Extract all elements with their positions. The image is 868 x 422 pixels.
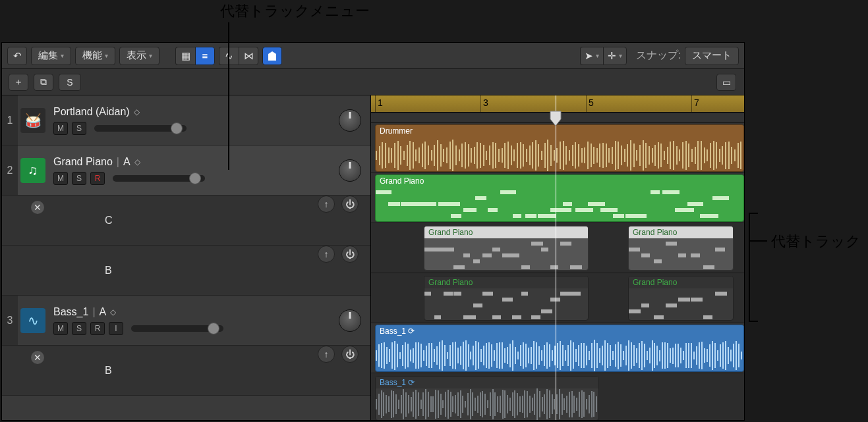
track-icon-audio[interactable]: ∿: [18, 296, 48, 345]
region-label: Grand Piano: [424, 226, 588, 238]
edit-menu[interactable]: 編集▾: [31, 47, 71, 65]
track-name-text: Portland (Aidan): [53, 106, 130, 118]
promote-alt-button[interactable]: ↑: [318, 196, 335, 213]
back-button[interactable]: ↶: [7, 47, 27, 65]
alt-menu-chevron-icon[interactable]: ◇: [110, 307, 116, 317]
lane-track-2-alt-b[interactable]: Grand Piano Grand Piano: [371, 273, 744, 323]
lane-track-2-alt-c[interactable]: Grand Piano Grand Piano: [371, 223, 744, 273]
view-label: 表示: [127, 49, 146, 62]
mute-button[interactable]: M: [53, 172, 68, 185]
track-header-2[interactable]: 2 ♫ Grand Piano | A ◇ M S R: [2, 145, 370, 196]
alt-menu-chevron-icon[interactable]: ◇: [134, 157, 140, 167]
playhead-handle-icon[interactable]: [549, 110, 562, 127]
power-alt-button[interactable]: ⏻: [341, 346, 359, 363]
main-split: 1 🥁 Portland (Aidan) ◇ M S 2: [2, 95, 744, 420]
function-menu[interactable]: 機能▾: [75, 47, 115, 65]
callout-alt-tracks: 代替トラック: [771, 232, 861, 251]
track-icon-midi[interactable]: ♫: [18, 145, 48, 195]
pan-knob[interactable]: [339, 309, 361, 332]
region-bass-a[interactable]: Bass_1 ⟳: [375, 325, 744, 372]
snap-label: スナップ:: [636, 49, 681, 63]
flex-button[interactable]: ⋈: [239, 47, 258, 65]
loop-icon: ⟳: [408, 378, 415, 387]
track-header-1[interactable]: 1 🥁 Portland (Aidan) ◇ M S: [2, 95, 370, 145]
volume-slider[interactable]: [131, 325, 223, 332]
lane-track-3[interactable]: Bass_1 ⟳: [371, 323, 744, 373]
volume-slider[interactable]: [113, 175, 205, 182]
pan-knob[interactable]: [339, 159, 361, 182]
region-piano-c-1[interactable]: Grand Piano: [424, 226, 589, 271]
catch-playhead-button[interactable]: [262, 47, 282, 65]
input-mon-button[interactable]: I: [109, 322, 123, 335]
list-view-button[interactable]: ≡: [195, 47, 215, 65]
track-number: 3: [2, 296, 18, 345]
promote-alt-button[interactable]: ↑: [318, 246, 335, 263]
close-alt-button[interactable]: ✕: [31, 351, 44, 364]
track-alt-row[interactable]: ✕ C ↑ ⏻: [2, 196, 370, 246]
pan-knob[interactable]: [339, 109, 361, 132]
track-headers: 1 🥁 Portland (Aidan) ◇ M S 2: [2, 95, 371, 420]
region-label: Bass_1 ⟳: [376, 325, 743, 337]
solo-track-button[interactable]: S: [72, 122, 86, 135]
lane-track-2[interactable]: Grand Piano: [371, 173, 744, 223]
region-piano-a[interactable]: Grand Piano: [375, 174, 744, 222]
track-name[interactable]: Bass_1 | A ◇: [53, 306, 365, 318]
region-bass-b[interactable]: Bass_1 ⟳: [375, 376, 599, 421]
automation-button[interactable]: ∿: [219, 47, 239, 65]
timeline[interactable]: 1 3 5 7 Drummer: [371, 95, 744, 420]
toolbar: ↶ 編集▾ 機能▾ 表示▾ ▦ ≡ ∿ ⋈ ➤▾ ✛▾ スナップ: スマート: [2, 43, 744, 69]
track-alt-suffix: A: [123, 156, 130, 168]
record-button[interactable]: R: [90, 322, 105, 335]
callout-line-2b: [749, 213, 758, 214]
alt-close-wrap: ✕: [2, 196, 48, 245]
grid-view-button[interactable]: ▦: [175, 47, 195, 65]
solo-track-button[interactable]: S: [72, 322, 86, 335]
track-header-3[interactable]: 3 ∿ Bass_1 | A ◇ M S R I: [2, 296, 370, 346]
region-label: Bass_1 ⟳: [376, 377, 598, 388]
power-alt-button[interactable]: ⏻: [341, 196, 359, 213]
mute-button[interactable]: M: [53, 122, 68, 135]
solo-button[interactable]: S: [59, 74, 81, 91]
alt-label: B: [55, 265, 112, 277]
edit-label: 編集: [38, 49, 58, 62]
track-header-config-button[interactable]: ▭: [716, 74, 736, 91]
solo-track-button[interactable]: S: [72, 172, 86, 185]
region-piano-b-1[interactable]: Grand Piano: [424, 276, 589, 321]
track-alt-row[interactable]: B ↑ ⏻: [2, 246, 370, 296]
record-button[interactable]: R: [90, 172, 105, 185]
track-subbar: ＋ ⧉ S ▭: [2, 69, 744, 95]
pointer-tool[interactable]: ➤▾: [580, 47, 603, 65]
track-alt-suffix: A: [100, 306, 107, 318]
track-icon-drum[interactable]: 🥁: [18, 95, 48, 145]
alt-label: B: [55, 365, 112, 377]
secondary-tool[interactable]: ✛▾: [603, 47, 627, 65]
track-name[interactable]: Portland (Aidan) ◇: [53, 106, 365, 118]
promote-alt-button[interactable]: ↑: [318, 346, 335, 363]
lane-track-3-alt-b[interactable]: Bass_1 ⟳: [371, 373, 744, 421]
region-drummer[interactable]: Drummer: [375, 124, 744, 172]
close-alt-button[interactable]: ✕: [31, 201, 44, 214]
region-piano-c-2[interactable]: Grand Piano: [628, 226, 734, 271]
mute-button[interactable]: M: [53, 322, 68, 335]
region-label: Grand Piano: [424, 277, 588, 288]
function-label: 機能: [82, 49, 102, 62]
track-alt-row[interactable]: ✕ B ↑ ⏻: [2, 346, 370, 396]
lane-track-1[interactable]: Drummer: [371, 123, 744, 173]
bar-number: 3: [483, 97, 488, 108]
track-number: 2: [2, 145, 18, 195]
callout-line-2a: [749, 213, 750, 322]
region-piano-b-2[interactable]: Grand Piano: [628, 276, 734, 321]
alt-menu-chevron-icon[interactable]: ◇: [134, 107, 140, 117]
add-track-button[interactable]: ＋: [9, 74, 28, 91]
callout-alt-menu: 代替トラックメニュー: [220, 1, 370, 21]
volume-slider[interactable]: [94, 125, 187, 132]
power-alt-button[interactable]: ⏻: [341, 246, 359, 263]
track-name[interactable]: Grand Piano | A ◇: [53, 156, 365, 168]
callout-line-2c: [749, 321, 758, 322]
view-menu[interactable]: 表示▾: [119, 47, 159, 65]
region-label: Grand Piano: [629, 226, 733, 238]
snap-value[interactable]: スマート: [685, 47, 739, 65]
duplicate-track-button[interactable]: ⧉: [34, 74, 53, 91]
region-label: Grand Piano: [629, 277, 733, 288]
region-label: Grand Piano: [376, 175, 743, 187]
